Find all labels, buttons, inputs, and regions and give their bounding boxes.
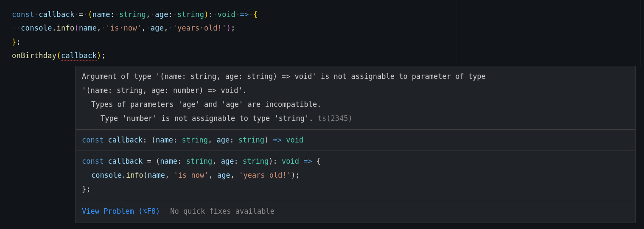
identifier: callback — [39, 10, 74, 19]
definition-section: const callback = (name: string, age: str… — [76, 151, 635, 200]
error-code: ts(2345) — [318, 114, 353, 123]
signature-section: const callback: (name: string, age: stri… — [76, 130, 635, 151]
def-line: }; — [82, 182, 629, 196]
error-line: '(name: string, age: number) => void'. — [82, 84, 629, 98]
error-line: Type 'number' is not assignable to type … — [82, 112, 629, 126]
error-identifier[interactable]: callback — [61, 51, 97, 60]
error-line: Types of parameters 'age' and 'age' are … — [82, 98, 629, 112]
code-line[interactable]: ··console.info(name,·'is·now',·age,·'yea… — [12, 21, 644, 35]
view-problem-link[interactable]: View Problem (⌥F8) — [82, 204, 160, 218]
error-line: Argument of type '(name: string, age: st… — [82, 70, 629, 84]
hover-tooltip[interactable]: Argument of type '(name: string, age: st… — [76, 66, 636, 223]
code-line[interactable]: }; — [12, 35, 644, 49]
code-line[interactable]: onBirthday(callback); — [12, 49, 644, 62]
hover-footer: View Problem (⌥F8) No quick fixes availa… — [76, 200, 635, 223]
error-message-section: Argument of type '(name: string, age: st… — [76, 66, 635, 130]
def-line: const callback = (name: string, age: str… — [82, 154, 629, 168]
keyword: const — [12, 10, 34, 19]
def-line: console.info(name, 'is now', age, 'years… — [82, 168, 629, 182]
code-line[interactable]: const·callback·=·(name:·string,·age:·str… — [12, 8, 644, 21]
code-editor[interactable]: const·callback·=·(name:·string,·age:·str… — [0, 0, 644, 62]
no-quick-fix-label: No quick fixes available — [170, 204, 274, 218]
